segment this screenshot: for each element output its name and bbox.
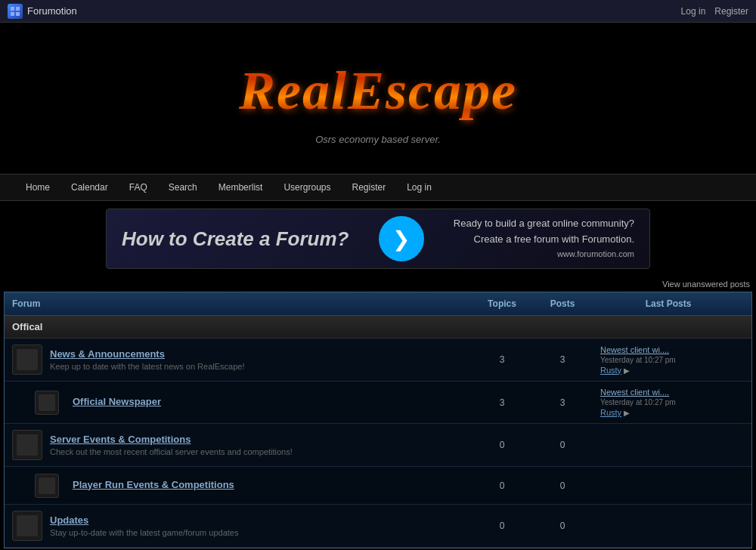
post-icon: ▶ bbox=[624, 409, 630, 417]
svg-rect-0 bbox=[11, 7, 14, 11]
view-unanswered-link[interactable]: View unanswered posts bbox=[662, 280, 750, 289]
forum-desc: Keep up to date with the latest news on … bbox=[50, 362, 244, 371]
forum-row-sub: Official Newspaper 3 3 Newest client wi.… bbox=[5, 382, 751, 424]
topics-count: 0 bbox=[472, 440, 532, 450]
ad-arrow-icon[interactable]: ❯ bbox=[379, 216, 424, 261]
topbar-brand: Forumotion bbox=[8, 4, 77, 19]
nav-search[interactable]: Search bbox=[158, 174, 208, 201]
nav-memberlist[interactable]: Memberlist bbox=[208, 174, 274, 201]
col-posts: Posts bbox=[532, 298, 593, 309]
last-post-time: Yesterday at 10:27 pm bbox=[600, 398, 744, 406]
forum-row: News & Announcements Keep up to date wit… bbox=[5, 338, 751, 382]
nav-login[interactable]: Log in bbox=[396, 174, 442, 201]
forum-cell-main: Updates Stay up-to-date with the latest … bbox=[12, 511, 472, 541]
last-post: Newest client wi.... Yesterday at 10:27 … bbox=[593, 345, 744, 375]
forum-info: Updates Stay up-to-date with the latest … bbox=[50, 514, 238, 537]
forum-title[interactable]: Server Events & Competitions bbox=[50, 434, 293, 445]
forum-row: Updates Stay up-to-date with the latest … bbox=[5, 505, 751, 548]
topics-count: 0 bbox=[472, 521, 532, 531]
forum-icon-inner bbox=[39, 477, 55, 494]
section-official: Offical bbox=[5, 316, 751, 338]
site-title: RealEscape bbox=[239, 60, 517, 122]
last-post-time: Yesterday at 10:27 pm bbox=[600, 356, 744, 364]
login-link[interactable]: Log in bbox=[681, 6, 706, 17]
posts-count: 0 bbox=[532, 480, 593, 491]
col-forum: Forum bbox=[12, 298, 472, 309]
ad-line2: Create a free forum with Forumotion. bbox=[454, 232, 634, 248]
forum-row-sub: Player Run Events & Competitions 0 0 bbox=[5, 467, 751, 505]
forum-row: Server Events & Competitions Check out t… bbox=[5, 424, 751, 467]
last-post-title[interactable]: Newest client wi.... bbox=[600, 388, 744, 397]
topics-count: 3 bbox=[472, 354, 532, 365]
forum-info: Player Run Events & Competitions bbox=[73, 479, 234, 493]
forum-info: News & Announcements Keep up to date wit… bbox=[50, 348, 244, 371]
forum-icon bbox=[35, 391, 59, 415]
forum-desc: Stay up-to-date with the latest game/for… bbox=[50, 528, 238, 537]
forum-title[interactable]: News & Announcements bbox=[50, 348, 244, 360]
navbar: Home Calendar FAQ Search Memberlist User… bbox=[0, 174, 756, 201]
forum-icon-inner bbox=[17, 349, 38, 370]
forum-icon bbox=[12, 345, 42, 375]
forumotion-logo-icon bbox=[8, 4, 23, 19]
topics-count: 0 bbox=[472, 480, 532, 491]
forum-table: Forum Topics Posts Last Posts Offical Ne… bbox=[4, 292, 752, 548]
forum-icon-inner bbox=[17, 515, 38, 536]
col-last-posts: Last Posts bbox=[593, 298, 744, 309]
forum-cell-main: Server Events & Competitions Check out t… bbox=[12, 430, 472, 460]
ad-text-right: Ready to build a great online community?… bbox=[454, 216, 634, 261]
forum-icon-inner bbox=[17, 434, 38, 456]
forum-title[interactable]: Player Run Events & Competitions bbox=[73, 479, 234, 490]
nav-faq[interactable]: FAQ bbox=[119, 174, 158, 201]
last-post: Newest client wi.... Yesterday at 10:27 … bbox=[593, 388, 744, 417]
col-topics: Topics bbox=[472, 298, 532, 309]
forum-table-header: Forum Topics Posts Last Posts bbox=[5, 292, 751, 316]
site-subtitle: Osrs economy based server. bbox=[315, 134, 441, 145]
svg-rect-3 bbox=[16, 12, 20, 16]
brand-name: Forumotion bbox=[27, 5, 77, 17]
register-link[interactable]: Register bbox=[714, 6, 748, 17]
ad-banner[interactable]: How to Create a Forum? ❯ Ready to build … bbox=[106, 209, 650, 269]
topbar-auth: Log in Register bbox=[681, 6, 748, 17]
nav-calendar[interactable]: Calendar bbox=[60, 174, 119, 201]
forum-icon bbox=[12, 430, 42, 460]
forum-title[interactable]: Updates bbox=[50, 514, 238, 526]
posts-count: 3 bbox=[532, 354, 593, 365]
forum-cell-main: Player Run Events & Competitions bbox=[35, 474, 472, 498]
topbar: Forumotion Log in Register bbox=[0, 0, 756, 23]
nav-usergroups[interactable]: Usergroups bbox=[273, 174, 341, 201]
last-post-user[interactable]: Rusty bbox=[600, 408, 621, 417]
posts-count: 0 bbox=[532, 440, 593, 450]
forum-cell-main: News & Announcements Keep up to date wit… bbox=[12, 345, 472, 375]
forum-icon-inner bbox=[39, 394, 55, 411]
svg-rect-2 bbox=[11, 12, 14, 16]
topics-count: 3 bbox=[472, 397, 532, 408]
forum-info: Server Events & Competitions Check out t… bbox=[50, 434, 293, 456]
forum-title[interactable]: Official Newspaper bbox=[73, 396, 161, 407]
forum-info: Official Newspaper bbox=[73, 396, 161, 409]
forum-icon bbox=[35, 474, 59, 498]
last-post-user[interactable]: Rusty bbox=[600, 366, 621, 375]
ad-text-left: How to Create a Forum? bbox=[122, 227, 349, 251]
nav-home[interactable]: Home bbox=[15, 174, 60, 201]
view-unanswered: View unanswered posts bbox=[0, 277, 756, 292]
posts-count: 0 bbox=[532, 521, 593, 531]
site-header: RealEscape Osrs economy based server. bbox=[0, 23, 756, 174]
last-post-title[interactable]: Newest client wi.... bbox=[600, 345, 744, 354]
post-icon: ▶ bbox=[624, 366, 630, 375]
forum-cell-main: Official Newspaper bbox=[35, 391, 472, 415]
nav-register[interactable]: Register bbox=[341, 174, 396, 201]
posts-count: 3 bbox=[532, 397, 593, 408]
forum-icon bbox=[12, 511, 42, 541]
ad-line1: Ready to build a great online community? bbox=[454, 216, 634, 232]
ad-url: www.forumotion.com bbox=[454, 248, 634, 261]
forum-desc: Check out the most recent official serve… bbox=[50, 447, 293, 456]
svg-rect-1 bbox=[16, 7, 20, 11]
